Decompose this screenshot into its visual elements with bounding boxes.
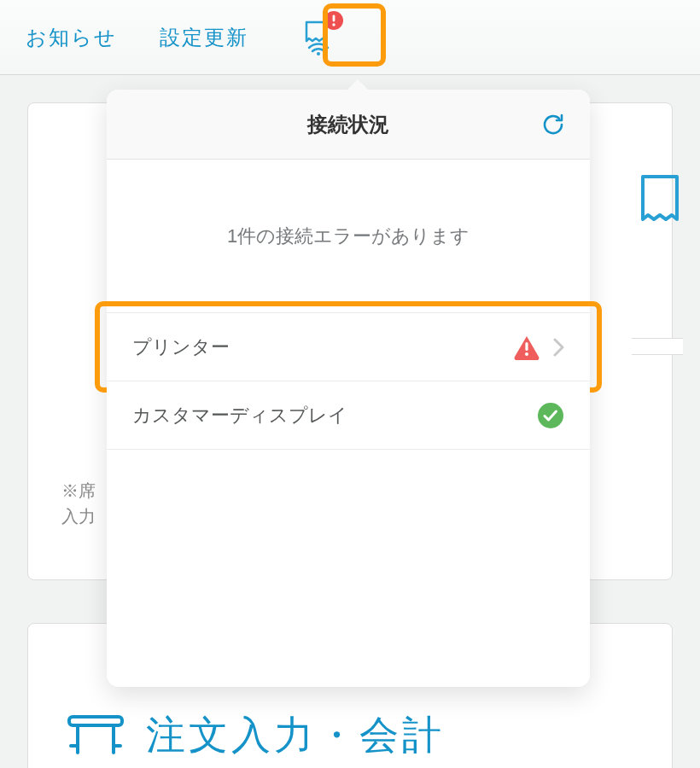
table-icon xyxy=(66,712,125,759)
error-summary-text: 1件の接続エラーがあります xyxy=(107,160,590,313)
background-row-fragment xyxy=(632,338,683,355)
notice-link[interactable]: お知らせ xyxy=(26,24,117,51)
printer-label: プリンター xyxy=(132,335,513,360)
svg-point-6 xyxy=(525,352,528,356)
svg-rect-5 xyxy=(525,342,528,351)
svg-rect-2 xyxy=(333,15,335,21)
connection-status-button[interactable] xyxy=(291,10,346,65)
top-bar: お知らせ 設定更新 xyxy=(0,0,700,75)
svg-point-0 xyxy=(317,52,320,55)
background-note-text: ※席 入力 xyxy=(61,478,96,529)
popover-title: 接続状況 xyxy=(307,111,389,138)
svg-point-3 xyxy=(332,23,335,26)
customer-display-row[interactable]: カスタマーディスプレイ xyxy=(107,381,590,450)
warning-triangle-icon xyxy=(513,335,540,360)
chevron-right-icon xyxy=(552,338,564,357)
check-circle-icon xyxy=(537,402,564,429)
receipt-outline-icon xyxy=(639,173,680,224)
connection-status-popover: 接続状況 1件の接続エラーがあります プリンター xyxy=(107,90,590,687)
alert-badge-icon xyxy=(324,10,344,31)
refresh-icon xyxy=(540,112,566,137)
order-entry-title: 注文入力・会計 xyxy=(146,709,445,762)
refresh-button[interactable] xyxy=(539,110,568,139)
settings-update-link[interactable]: 設定更新 xyxy=(160,24,248,51)
popover-header: 接続状況 xyxy=(107,90,590,160)
printer-row[interactable]: プリンター xyxy=(107,313,590,381)
svg-rect-4 xyxy=(69,717,122,725)
customer-display-label: カスタマーディスプレイ xyxy=(132,403,537,428)
